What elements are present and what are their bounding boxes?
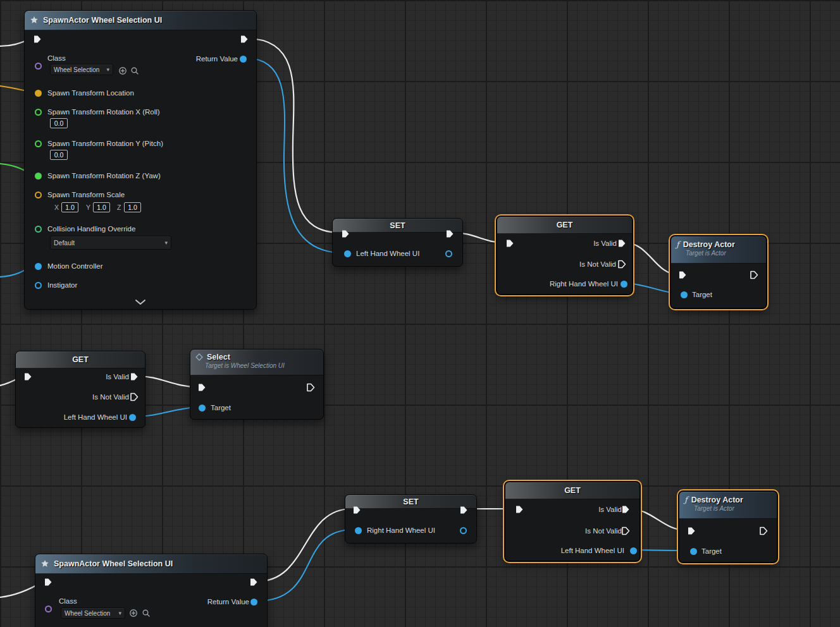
collision-override-dropdown[interactable]: Default ▾ xyxy=(50,236,171,250)
exec-out-pin[interactable] xyxy=(459,506,468,514)
exec-out-pin[interactable] xyxy=(750,271,758,279)
exec-in-pin[interactable] xyxy=(197,383,206,392)
value-out-pin[interactable] xyxy=(621,281,627,288)
node-select[interactable]: Select Target is Wheel Selection UI Targ… xyxy=(190,349,324,420)
variable-label: Right Hand Wheel UI xyxy=(367,526,435,535)
spawn-location-label: Spawn Transform Location xyxy=(47,88,134,97)
class-dropdown[interactable]: Wheel Selection ▾ xyxy=(61,607,125,619)
exec-out-pin[interactable] xyxy=(759,527,768,535)
node-title: GET xyxy=(72,355,89,364)
node-subtitle: Target is Actor xyxy=(671,249,766,257)
browse-asset-icon[interactable] xyxy=(130,66,139,75)
node-header: ƒ Destroy Actor Target is Actor xyxy=(671,236,766,264)
expand-node-chevron-icon[interactable] xyxy=(135,299,146,305)
target-pin[interactable] xyxy=(681,291,688,298)
value-out-pin[interactable] xyxy=(445,250,452,257)
exec-in-pin[interactable] xyxy=(505,239,514,248)
scale-y-input[interactable]: 1.0 xyxy=(93,202,110,212)
node-header: SpawnActor Wheel Selection UI xyxy=(35,554,267,574)
wire-spawn-bottom-to-set[interactable] xyxy=(257,509,352,581)
is-valid-label: Is Valid xyxy=(106,372,129,381)
rotation-x-label: Spawn Transform Rotation X (Roll) xyxy=(47,107,160,116)
instigator-pin[interactable] xyxy=(35,282,42,289)
is-valid-exec-pin[interactable] xyxy=(617,239,626,248)
node-set-left-hand-wheel-ui[interactable]: SET Left Hand Wheel UI xyxy=(332,218,463,267)
spawn-location-pin[interactable] xyxy=(35,90,42,97)
return-value-pin[interactable] xyxy=(240,56,247,63)
motion-controller-pin[interactable] xyxy=(35,263,42,270)
exec-out-pin[interactable] xyxy=(306,383,315,392)
is-valid-exec-pin[interactable] xyxy=(130,372,139,381)
exec-out-pin[interactable] xyxy=(240,35,249,44)
is-not-valid-exec-pin[interactable] xyxy=(617,260,626,269)
exec-out-pin[interactable] xyxy=(249,578,258,587)
return-value-pin[interactable] xyxy=(250,599,257,606)
node-get-left-hand-wheel-ui-mid[interactable]: GET Is Valid Is Not Valid Left Hand Whee… xyxy=(15,351,145,428)
node-destroy-actor-bottom[interactable]: ƒ Destroy Actor Target is Actor Target xyxy=(679,491,777,563)
class-pin[interactable] xyxy=(45,606,52,612)
node-title: SpawnActor Wheel Selection UI xyxy=(54,559,173,568)
value-out-pin[interactable] xyxy=(460,527,467,534)
wire-isvalid-to-select[interactable] xyxy=(137,376,197,387)
wire-return-bottom-to-set-value[interactable] xyxy=(257,530,353,601)
scale-z-axis-label: Z xyxy=(117,202,121,212)
wire-return-to-set-value[interactable] xyxy=(246,58,343,253)
scale-x-input[interactable]: 1.0 xyxy=(61,202,78,212)
variable-label: Left Hand Wheel UI xyxy=(356,249,419,258)
node-get-right-hand-wheel-ui[interactable]: GET Is Valid Is Not Valid Right Hand Whe… xyxy=(497,216,633,295)
class-pin-label: Class xyxy=(47,54,66,63)
rotation-x-pin[interactable] xyxy=(35,109,42,116)
exec-in-pin[interactable] xyxy=(44,578,52,587)
blueprint-canvas[interactable]: SpawnActor Wheel Selection UI Class Whee… xyxy=(0,0,840,627)
variable-label: Left Hand Wheel UI xyxy=(64,413,127,422)
exec-in-pin[interactable] xyxy=(687,527,696,535)
target-pin[interactable] xyxy=(690,548,697,555)
node-subtitle: Target is Wheel Selection UI xyxy=(190,362,323,369)
target-pin[interactable] xyxy=(199,405,206,411)
rotation-x-input[interactable]: 0.0 xyxy=(50,118,68,128)
scale-z-input[interactable]: 1.0 xyxy=(124,202,141,212)
value-out-pin[interactable] xyxy=(129,414,136,421)
rotation-z-pin[interactable] xyxy=(35,173,42,180)
value-in-pin[interactable] xyxy=(344,250,351,257)
node-spawnactor-bottom[interactable]: SpawnActor Wheel Selection UI Class Whee… xyxy=(35,554,268,627)
rotation-y-pin[interactable] xyxy=(35,140,42,147)
node-header: Select Target is Wheel Selection UI xyxy=(190,350,323,375)
node-set-right-hand-wheel-ui[interactable]: SET Right Hand Wheel UI xyxy=(345,494,477,544)
scale-x-axis-label: X xyxy=(54,202,59,212)
target-label: Target xyxy=(211,403,231,412)
node-get-left-hand-wheel-ui-bottom[interactable]: GET Is Valid Is Not Valid Left Hand Whee… xyxy=(505,482,640,561)
exec-in-pin[interactable] xyxy=(352,506,361,514)
browse-asset-icon[interactable] xyxy=(142,609,151,618)
value-in-pin[interactable] xyxy=(355,527,362,534)
wire-spawn-top-to-set[interactable] xyxy=(247,39,340,233)
wire-isvalid-to-destroy-top[interactable] xyxy=(625,243,677,274)
exec-in-pin[interactable] xyxy=(33,35,42,44)
exec-in-pin[interactable] xyxy=(515,505,524,514)
is-not-valid-exec-pin[interactable] xyxy=(621,527,630,535)
class-dropdown[interactable]: Wheel Selection ▾ xyxy=(50,64,113,75)
value-out-pin[interactable] xyxy=(630,547,637,554)
class-pin[interactable] xyxy=(35,63,42,70)
is-valid-exec-pin[interactable] xyxy=(621,505,630,514)
use-asset-icon[interactable] xyxy=(129,609,138,618)
instigator-label: Instigator xyxy=(47,281,77,289)
exec-out-pin[interactable] xyxy=(445,229,454,238)
spawn-actor-icon xyxy=(30,16,39,25)
node-destroy-actor-top[interactable]: ƒ Destroy Actor Target is Actor Target xyxy=(670,236,767,308)
node-header: SpawnActor Wheel Selection UI xyxy=(25,11,256,30)
exec-in-pin[interactable] xyxy=(678,271,687,279)
rotation-z-label: Spawn Transform Rotation Z (Yaw) xyxy=(47,171,161,180)
exec-in-pin[interactable] xyxy=(341,229,350,238)
class-dropdown-value: Wheel Selection xyxy=(65,610,110,617)
rotation-y-label: Spawn Transform Rotation Y (Pitch) xyxy=(47,139,163,148)
rotation-y-input[interactable]: 0.0 xyxy=(50,150,68,160)
node-spawnactor-top[interactable]: SpawnActor Wheel Selection UI Class Whee… xyxy=(24,10,257,310)
collision-override-pin[interactable] xyxy=(35,226,42,233)
spawn-scale-pin[interactable] xyxy=(35,192,42,198)
node-header: SET xyxy=(345,495,476,509)
use-asset-icon[interactable] xyxy=(118,66,127,75)
exec-in-pin[interactable] xyxy=(23,372,32,381)
target-label: Target xyxy=(692,290,712,299)
is-not-valid-exec-pin[interactable] xyxy=(130,393,139,401)
